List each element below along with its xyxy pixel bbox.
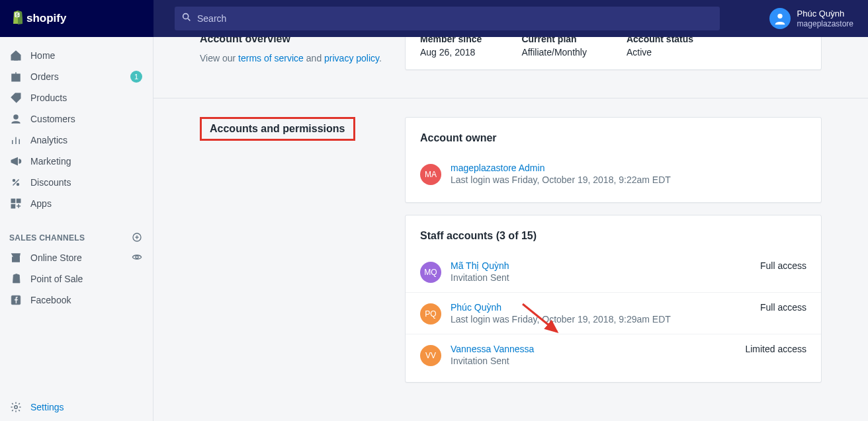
channel-label: Online Store (30, 252, 132, 263)
staff-avatar: PQ (420, 303, 441, 325)
nav-label: Analytics (30, 135, 142, 145)
overview-subtext: View our terms of service and privacy po… (200, 53, 385, 63)
svg-rect-18 (11, 205, 15, 208)
owner-link[interactable]: mageplazastore Admin (451, 163, 671, 173)
avatar (769, 8, 791, 29)
customers-icon (9, 112, 22, 126)
nav-badge: 1 (130, 71, 142, 83)
overview-card: Member since Aug 26, 2018 Current plan A… (405, 37, 822, 70)
overview-title: Account overview (200, 37, 385, 45)
account-status-value: Active (627, 47, 693, 57)
staff-access: Full access (760, 260, 806, 271)
staff-title: Staff accounts (3 of 15) (406, 230, 821, 242)
current-plan-label: Current plan (521, 37, 587, 44)
nav-label: Customers (30, 114, 142, 124)
user-name: Phúc Quỳnh (797, 9, 853, 19)
nav-item-orders[interactable]: Orders1 (0, 66, 153, 87)
member-since-label: Member since (420, 37, 482, 44)
svg-line-28 (523, 304, 557, 332)
staff-access: Full access (760, 302, 806, 313)
svg-point-3 (183, 14, 189, 19)
store-icon (9, 251, 22, 264)
staff-subtext: Invitation Sent (451, 356, 534, 366)
products-icon (9, 91, 22, 104)
gear-icon (9, 401, 22, 414)
user-menu[interactable]: Phúc Quỳnh mageplazastore (769, 8, 868, 29)
staff-avatar: VV (420, 345, 441, 366)
svg-text:shopify: shopify (26, 12, 67, 24)
nav-label: Home (30, 50, 142, 61)
main-content: Account overview View our terms of servi… (153, 37, 868, 421)
analytics-icon (9, 134, 22, 147)
svg-rect-16 (11, 199, 15, 202)
owner-card: Account owner MA mageplazastore Admin La… (405, 117, 822, 203)
owner-last-login: Last login was Friday, October 19, 2018,… (451, 174, 671, 185)
nav-label: Orders (30, 71, 130, 82)
home-icon (9, 49, 22, 62)
channel-point-of-sale[interactable]: Point of Sale (0, 268, 153, 289)
settings-label: Settings (30, 402, 64, 412)
tos-link[interactable]: terms of service (238, 53, 304, 63)
staff-subtext: Invitation Sent (451, 272, 509, 283)
top-bar: S shopify Phúc Quỳnh mageplazastore (0, 0, 868, 37)
channel-label: Point of Sale (30, 274, 142, 284)
account-status-label: Account status (627, 37, 693, 44)
nav-item-discounts[interactable]: Discounts (0, 172, 153, 193)
settings-link[interactable]: Settings (0, 393, 153, 421)
nav-item-products[interactable]: Products (0, 87, 153, 108)
nav-label: Apps (30, 198, 142, 209)
marketing-icon (9, 155, 22, 168)
staff-access: Limited access (745, 344, 806, 354)
svg-point-5 (777, 14, 782, 19)
privacy-link[interactable]: privacy policy (324, 53, 379, 63)
staff-avatar: MQ (420, 262, 441, 283)
svg-point-25 (136, 256, 138, 258)
search-input[interactable] (175, 7, 720, 30)
svg-point-8 (17, 95, 19, 96)
discounts-icon (9, 176, 22, 189)
staff-row[interactable]: MQMã Thị QuỳnhInvitation SentFull access (406, 251, 821, 292)
nav-item-analytics[interactable]: Analytics (0, 130, 153, 151)
nav-item-customers[interactable]: Customers (0, 108, 153, 130)
svg-line-4 (188, 19, 190, 20)
view-store-button[interactable] (132, 252, 142, 264)
nav-label: Products (30, 93, 142, 103)
orders-icon (9, 70, 22, 83)
pos-icon (9, 272, 22, 286)
svg-point-14 (17, 184, 19, 186)
nav-item-apps[interactable]: Apps (0, 193, 153, 214)
search-icon (181, 12, 192, 25)
owner-avatar: MA (420, 164, 441, 185)
svg-rect-24 (13, 257, 20, 262)
svg-point-9 (14, 115, 18, 119)
user-store: mageplazastore (797, 19, 853, 28)
accounts-section-title: Accounts and permissions (200, 117, 355, 141)
nav-label: Discounts (30, 177, 142, 188)
svg-rect-17 (17, 199, 21, 202)
staff-name-link[interactable]: Mã Thị Quỳnh (451, 260, 509, 271)
annotation-arrow (520, 301, 566, 337)
nav-item-home[interactable]: Home (0, 45, 153, 66)
sales-channels-title: SALES CHANNELS (9, 233, 132, 243)
staff-row[interactable]: VVVannessa VannessaInvitation SentLimite… (406, 334, 821, 375)
member-since-value: Aug 26, 2018 (420, 47, 482, 57)
staff-row[interactable]: PQPhúc QuỳnhLast login was Friday, Octob… (406, 292, 821, 334)
svg-point-13 (13, 180, 15, 182)
svg-text:S: S (16, 13, 19, 17)
current-plan-value: Affiliate/Monthly (521, 47, 587, 57)
add-channel-button[interactable] (132, 232, 142, 245)
nav-item-marketing[interactable]: Marketing (0, 151, 153, 172)
owner-title: Account owner (420, 132, 806, 144)
apps-icon (9, 197, 22, 210)
channel-online-store[interactable]: Online Store (0, 247, 153, 268)
channel-facebook[interactable]: Facebook (0, 289, 153, 311)
staff-card: Staff accounts (3 of 15) MQMã Thị QuỳnhI… (405, 215, 822, 383)
channel-label: Facebook (30, 295, 142, 305)
sidebar: HomeOrders1ProductsCustomersAnalyticsMar… (0, 37, 153, 421)
svg-point-27 (15, 406, 18, 409)
staff-name-link[interactable]: Vannessa Vannessa (451, 344, 534, 354)
nav-label: Marketing (30, 156, 142, 167)
facebook-icon (9, 293, 22, 307)
logo[interactable]: S shopify (0, 0, 153, 37)
svg-rect-6 (15, 57, 18, 60)
